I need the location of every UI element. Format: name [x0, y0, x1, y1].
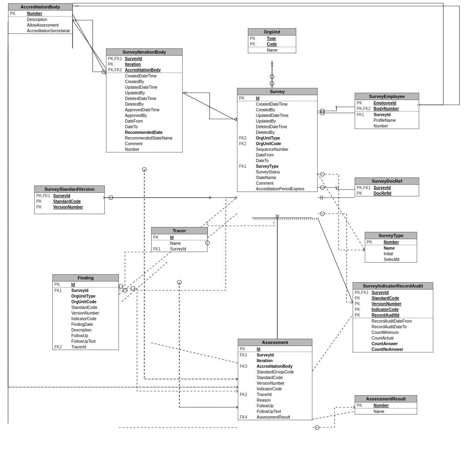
svg-point-83 [315, 425, 319, 429]
entity-survey: Survey PK Id CreatedDateTime CreatedBy U… [237, 88, 318, 192]
entity-surveydocref-header: SurveyDocRef [355, 178, 419, 185]
entity-assessment: Assessment PK Id FK1SurveyId Iteration F… [238, 339, 312, 420]
svg-point-40 [102, 70, 106, 74]
entity-orgunit-header: OrgUnit [248, 29, 296, 35]
entity-surveyemployee-header: SurveyEmployee [355, 93, 419, 100]
entity-accreditationbody: AccreditationBody PK Number Description … [8, 3, 73, 34]
svg-point-55 [109, 196, 113, 200]
svg-line-17 [312, 411, 355, 419]
entity-surveyindicatorrecordaudit-header: SurveyIndicatorRecordAudit [353, 283, 433, 290]
entity-survey-header: Survey [237, 88, 317, 95]
svg-line-74 [277, 216, 279, 218]
entity-finding-header: Finding [53, 275, 118, 281]
entity-surveyiterationbody-header: SurveyIterationBody [106, 49, 182, 56]
entity-surveyindicatorrecordaudit: SurveyIndicatorRecordAudit PK,FK1 Survey… [353, 282, 433, 352]
svg-point-77 [320, 212, 324, 216]
svg-point-49 [320, 109, 324, 113]
entity-assessmentresult: AssessmentResult PK Number Name [355, 395, 417, 415]
svg-line-121 [235, 198, 237, 199]
svg-line-30 [318, 218, 353, 302]
svg-point-68 [142, 167, 146, 171]
entity-assessmentresult-header: AssessmentResult [355, 396, 417, 402]
svg-line-15 [151, 343, 238, 363]
entity-tracer-header: Tracer [152, 227, 207, 234]
svg-line-14 [183, 93, 237, 121]
svg-point-19 [270, 75, 274, 79]
entity-orgunit: OrgUnit PK Type PK Code Name [248, 28, 296, 53]
entity-surveydocref: SurveyDocRef PK,FK1 SurveyId PK DocRefId [355, 177, 419, 196]
svg-line-16 [312, 315, 353, 371]
svg-point-61 [119, 284, 123, 288]
entity-surveyemployee: SurveyEmployee PK EmployeeId PK,FK2 Body… [355, 93, 419, 129]
entity-surveytype: SurveyType PK Number Name Initial Select… [365, 232, 417, 263]
svg-point-20 [320, 111, 324, 115]
entity-tracer: Tracer PK Id Name FK1SurveyId [151, 227, 208, 252]
svg-line-76 [277, 215, 279, 216]
svg-point-52 [320, 185, 324, 190]
svg-line-12 [121, 262, 167, 302]
entity-surveyiterationbody: SurveyIterationBody PK,FK1 SurveyId PK I… [106, 48, 183, 152]
svg-line-23 [73, 20, 106, 69]
svg-point-62 [131, 286, 135, 290]
svg-point-65 [177, 280, 181, 284]
svg-line-73 [276, 216, 277, 218]
entity-finding: Finding PK Id FK1SurveyId OrgUnitType Or… [52, 274, 119, 350]
svg-line-0 [73, 14, 106, 75]
svg-line-56 [209, 196, 211, 198]
entity-surveystandardversion: SurveyStandardVersion PK,FK1 SurveyId PK… [34, 185, 105, 214]
diagram-container: AccreditationBody PK Number Description … [0, 0, 476, 471]
svg-line-75 [276, 215, 277, 216]
entity-surveytype-header: SurveyType [365, 232, 417, 239]
svg-point-80 [320, 172, 324, 176]
entity-accreditationbody-header: AccreditationBody [8, 4, 72, 10]
entity-assessment-header: Assessment [238, 339, 312, 346]
svg-line-57 [209, 198, 211, 199]
svg-point-41 [270, 81, 274, 85]
svg-line-11 [208, 214, 237, 238]
entity-surveystandardversion-header: SurveyStandardVersion [35, 186, 104, 193]
svg-line-120 [235, 196, 237, 198]
svg-point-119 [123, 288, 127, 292]
